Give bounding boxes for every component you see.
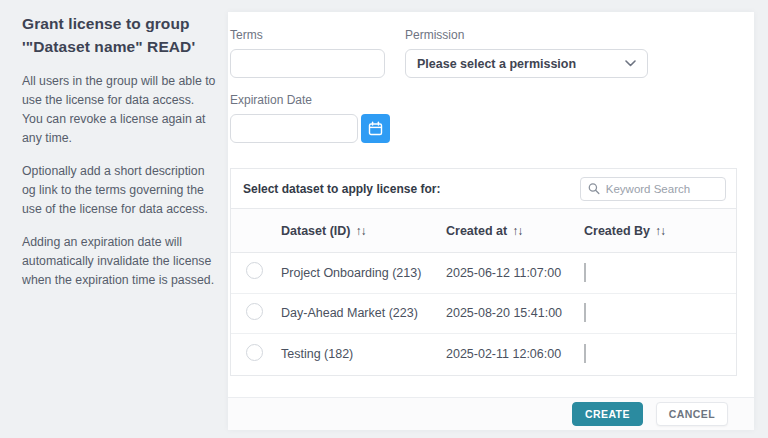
chevron-down-icon [625,60,636,67]
dataset-radio[interactable] [246,262,263,279]
modal-footer: CREATE CANCEL [228,397,754,430]
modal-sidebar: Grant license to group '"Dataset name" R… [22,12,218,303]
table-header-row: Dataset (ID) ↑↓ Created at ↑↓ Created By… [231,209,736,253]
dataset-radio[interactable] [246,344,263,361]
dataset-name-cell: Testing (182) [281,347,446,361]
cancel-button[interactable]: CANCEL [656,402,728,426]
sort-icon[interactable]: ↑↓ [355,224,365,238]
table-caption: Select dataset to apply license for: [243,182,440,196]
sidebar-paragraph: All users in the group will be able to u… [22,72,218,149]
keyword-search-box [580,177,726,201]
created-by-redacted-value [584,263,586,282]
terms-input[interactable] [230,49,385,78]
create-button[interactable]: CREATE [572,402,643,426]
form-row: Terms Permission Please select a permiss… [230,28,648,78]
page-title: Grant license to group '"Dataset name" R… [22,12,218,59]
table-row: Testing (182) 2025-02-11 12:06:00 [231,334,736,375]
created-at-cell: 2025-08-20 15:41:00 [446,306,584,320]
created-by-redacted-value [584,303,586,322]
sort-icon[interactable]: ↑↓ [655,224,665,238]
sidebar-paragraph: Optionally add a short description og li… [22,162,218,220]
permission-select[interactable]: Please select a permission [405,49,648,78]
permission-field-group: Permission Please select a permission [405,28,648,78]
dataset-radio[interactable] [246,303,263,320]
grant-license-card: Terms Permission Please select a permiss… [228,12,754,430]
keyword-search-input[interactable] [600,179,718,199]
permission-selected-value: Please select a permission [417,57,576,71]
table-row: Project Onboarding (213) 2025-06-12 11:0… [231,253,736,294]
created-at-cell: 2025-06-12 11:07:00 [446,266,584,280]
created-by-redacted-value [584,344,586,363]
calendar-icon [368,121,383,136]
table-caption-band: Select dataset to apply license for: [231,169,736,209]
permission-label: Permission [405,28,648,42]
sort-icon[interactable]: ↑↓ [512,224,522,238]
dataset-table: Select dataset to apply license for: Dat… [230,168,737,376]
table-row: Day-Ahead Market (223) 2025-08-20 15:41:… [231,294,736,335]
terms-label: Terms [230,28,385,42]
expiration-date-label: Expiration Date [230,93,400,107]
calendar-picker-button[interactable] [361,114,390,143]
column-header-created-at[interactable]: Created at ↑↓ [446,224,584,238]
sidebar-paragraph: Adding an expiration date will automatic… [22,233,218,291]
expiration-field-group: Expiration Date [230,93,400,143]
terms-field-group: Terms [230,28,385,78]
dataset-name-cell: Project Onboarding (213) [281,266,446,280]
column-header-created-by[interactable]: Created By ↑↓ [584,224,736,238]
dataset-name-cell: Day-Ahead Market (223) [281,306,446,320]
created-at-cell: 2025-02-11 12:06:00 [446,347,584,361]
column-header-dataset-id[interactable]: Dataset (ID) ↑↓ [281,224,446,238]
search-icon [588,182,600,195]
expiration-date-input[interactable] [230,114,358,143]
